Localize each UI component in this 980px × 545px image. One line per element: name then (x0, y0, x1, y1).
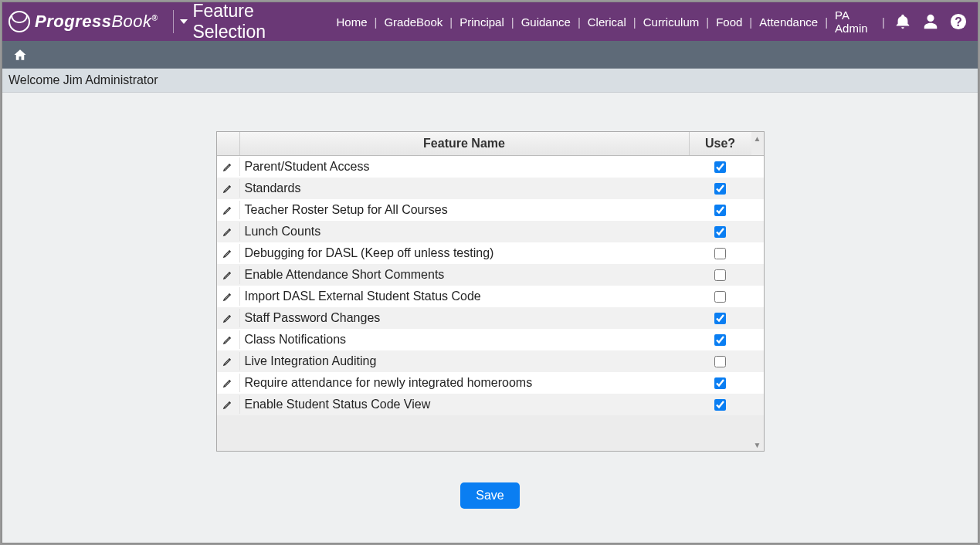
feature-name-cell: Class Notifications (240, 329, 690, 350)
feature-name-cell: Import DASL External Student Status Code (240, 286, 690, 307)
bell-icon[interactable] (894, 13, 911, 30)
nav-link-home[interactable]: Home (330, 15, 375, 29)
header-feature-name[interactable]: Feature Name (240, 132, 690, 155)
page-title-dropdown[interactable]: Feature Selection (180, 1, 329, 42)
nav-links: Home| GradeBook| Principal| Guidance| Cl… (330, 8, 886, 35)
nav-link-clerical[interactable]: Clerical (581, 15, 633, 29)
table-row: Standards (217, 178, 764, 199)
feature-name-cell: Enable Attendance Short Comments (240, 264, 690, 286)
feature-name-cell: Enable Student Status Code View (240, 394, 690, 415)
table-row: Class Notifications (217, 329, 764, 350)
use-checkbox[interactable] (714, 313, 726, 324)
edit-icon[interactable] (217, 287, 240, 306)
table-row: Live Integration Auditing (217, 350, 764, 372)
edit-icon[interactable] (217, 374, 240, 392)
nav-link-curriculum[interactable]: Curriculum (636, 15, 707, 29)
use-checkbox[interactable] (714, 183, 726, 195)
edit-icon[interactable] (217, 201, 240, 219)
divider (173, 10, 174, 33)
edit-icon[interactable] (217, 352, 240, 371)
edit-icon[interactable] (217, 395, 240, 414)
use-checkbox[interactable] (714, 161, 726, 173)
nav-link-attendance[interactable]: Attendance (752, 15, 825, 29)
edit-icon[interactable] (217, 179, 240, 198)
table-row: Teacher Roster Setup for All Courses (217, 199, 764, 221)
table-row: Enable Student Status Code View (217, 394, 764, 415)
user-icon[interactable] (922, 13, 939, 30)
chevron-down-icon (180, 19, 188, 24)
edit-icon[interactable] (217, 222, 240, 241)
grid-header: Feature Name Use? ▲ (217, 132, 764, 156)
edit-icon[interactable] (217, 157, 240, 176)
table-row: Require attendance for newly integrated … (217, 372, 764, 394)
header-use[interactable]: Use? (690, 132, 751, 155)
use-checkbox[interactable] (714, 269, 726, 281)
table-row: Debugging for DASL (Keep off unless test… (217, 242, 764, 264)
edit-icon[interactable] (217, 244, 240, 262)
help-icon[interactable]: ? (950, 13, 967, 30)
use-checkbox[interactable] (714, 248, 726, 259)
use-checkbox[interactable] (714, 205, 726, 216)
page-title: Feature Selection (192, 1, 329, 42)
table-row: Import DASL External Student Status Code (217, 286, 764, 307)
nav-link-paadmin[interactable]: PA Admin (828, 8, 882, 35)
save-button[interactable]: Save (460, 482, 519, 509)
table-row: Enable Attendance Short Comments (217, 264, 764, 286)
scroll-down-icon[interactable]: ▼ (753, 440, 762, 449)
main-content: Feature Name Use? ▲ Parent/Student Acces… (2, 93, 978, 524)
nav-link-food[interactable]: Food (709, 15, 749, 29)
breadcrumb-bar (2, 41, 978, 69)
use-checkbox[interactable] (714, 399, 726, 411)
use-checkbox[interactable] (714, 377, 726, 389)
table-row: Parent/Student Access (217, 156, 764, 178)
use-checkbox[interactable] (714, 334, 726, 346)
nav-link-principal[interactable]: Principal (453, 15, 511, 29)
brand-logo-icon (8, 11, 30, 32)
top-nav: ProgressBook® Feature Selection Home| Gr… (2, 2, 978, 41)
svg-text:?: ? (955, 15, 962, 29)
use-checkbox[interactable] (714, 226, 726, 238)
feature-name-cell: Lunch Counts (240, 221, 690, 242)
edit-icon[interactable] (217, 330, 240, 349)
nav-link-gradebook[interactable]: GradeBook (377, 15, 449, 29)
welcome-message: Welcome Jim Administrator (2, 69, 978, 93)
feature-name-cell: Require attendance for newly integrated … (240, 372, 690, 394)
feature-name-cell: Standards (240, 178, 690, 199)
use-checkbox[interactable] (714, 356, 726, 367)
table-row: Lunch Counts (217, 221, 764, 242)
nav-link-guidance[interactable]: Guidance (514, 15, 578, 29)
grid-footer: ▼ (217, 415, 764, 451)
brand-name: ProgressBook® (35, 12, 158, 32)
edit-icon[interactable] (217, 266, 240, 284)
use-checkbox[interactable] (714, 291, 726, 303)
scroll-up-icon[interactable]: ▲ (753, 134, 762, 143)
feature-grid: Feature Name Use? ▲ Parent/Student Acces… (216, 131, 765, 452)
feature-name-cell: Staff Password Changes (240, 307, 690, 329)
home-icon[interactable] (13, 48, 27, 62)
edit-icon[interactable] (217, 309, 240, 327)
feature-name-cell: Teacher Roster Setup for All Courses (240, 199, 690, 221)
feature-name-cell: Parent/Student Access (240, 156, 690, 178)
feature-name-cell: Debugging for DASL (Keep off unless test… (240, 242, 690, 264)
feature-name-cell: Live Integration Auditing (240, 350, 690, 372)
table-row: Staff Password Changes (217, 307, 764, 329)
brand[interactable]: ProgressBook® (8, 11, 167, 32)
